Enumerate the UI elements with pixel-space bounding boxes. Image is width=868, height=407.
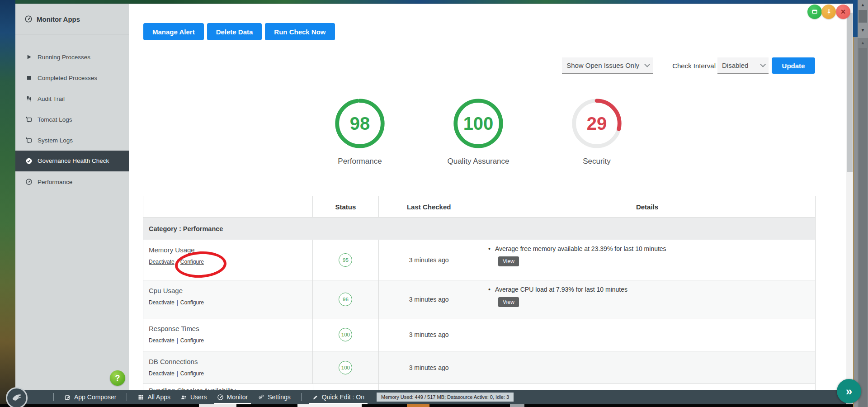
gauge-value: 98 bbox=[334, 97, 386, 150]
nav-app-composer[interactable]: App Composer bbox=[59, 390, 121, 404]
table-row-db-connections: DB Connections Deactivate|Configure 100 … bbox=[143, 351, 815, 384]
window-minimize-button[interactable] bbox=[807, 5, 822, 19]
nav-label: Settings bbox=[268, 393, 291, 401]
outer-scrollbar[interactable]: ▲ ▼ ▲ bbox=[858, 0, 868, 407]
action-toolbar: Manage Alert Delete Data Run Check Now bbox=[143, 23, 335, 40]
sidebar-item-running-processes[interactable]: Running Processes bbox=[15, 47, 129, 67]
outer-scrollbar-thumb[interactable] bbox=[859, 48, 867, 407]
link-separator: | bbox=[177, 259, 178, 265]
gauge-label: Performance bbox=[338, 157, 382, 166]
check-interval-value: Disabled bbox=[722, 62, 748, 69]
window-pin-button[interactable] bbox=[821, 5, 836, 19]
memory-status-box: Memory Used: 449 / 517 MB; Datasource Ac… bbox=[377, 393, 514, 402]
view-button[interactable]: View bbox=[498, 256, 519, 266]
log-icon bbox=[25, 116, 33, 123]
health-gauges: 98 Performance 100 Quality Assurance bbox=[326, 97, 631, 166]
gauge-value: 29 bbox=[571, 97, 623, 150]
nav-label: Quick Edit : On bbox=[322, 393, 364, 401]
nav-users[interactable]: Users bbox=[175, 390, 212, 404]
nav-all-apps[interactable]: All Apps bbox=[132, 390, 175, 404]
header-details: Details bbox=[479, 196, 815, 217]
scroll-down-arrow-icon[interactable]: ▼ bbox=[858, 28, 868, 33]
header-status: Status bbox=[313, 196, 379, 217]
update-button[interactable]: Update bbox=[772, 57, 815, 74]
nav-label: Monitor bbox=[227, 393, 248, 401]
sidebar-item-label: Audit Trail bbox=[38, 95, 65, 102]
issues-filter-select[interactable]: Show Open Issues Only bbox=[562, 57, 653, 74]
deactivate-link[interactable]: Deactivate bbox=[149, 337, 175, 344]
run-check-now-button[interactable]: Run Check Now bbox=[265, 23, 335, 40]
last-checked-value: 3 minutes ago bbox=[379, 280, 479, 318]
sidebar-item-label: Performance bbox=[38, 179, 72, 185]
window-edge-strip bbox=[853, 0, 858, 37]
check-name: DB Connections bbox=[149, 358, 308, 365]
nav-label: All Apps bbox=[147, 393, 170, 401]
app-window: Monitor Apps Running Processes Completed… bbox=[15, 4, 853, 404]
nav-label: App Composer bbox=[74, 393, 116, 401]
view-button[interactable]: View bbox=[498, 297, 519, 307]
nav-quick-edit[interactable]: Quick Edit : On bbox=[307, 390, 369, 404]
expand-panel-button[interactable]: » bbox=[837, 379, 861, 403]
gauge-icon bbox=[217, 394, 224, 401]
background-window-strip bbox=[853, 37, 858, 407]
outer-scrollbar-thumb[interactable] bbox=[859, 10, 867, 23]
check-circle-icon bbox=[25, 157, 33, 165]
table-header-row: Status Last Checked Details bbox=[143, 196, 815, 218]
table-row-memory-usage: Memory Usage Deactivate|Configure 95 3 m… bbox=[143, 240, 815, 280]
sidebar: Monitor Apps Running Processes Completed… bbox=[15, 4, 129, 390]
sidebar-item-label: Governance Health Check bbox=[38, 157, 109, 165]
gauge-ring: 98 bbox=[334, 97, 386, 150]
window-close-button[interactable]: × bbox=[836, 5, 850, 19]
check-name: Cpu Usage bbox=[149, 287, 308, 294]
question-icon: ? bbox=[115, 374, 120, 383]
configure-link[interactable]: Configure bbox=[180, 299, 204, 306]
gauge-icon bbox=[25, 178, 33, 185]
taskbar-segment bbox=[297, 404, 362, 407]
taskbar-segment bbox=[199, 404, 236, 407]
sidebar-title: Monitor Apps bbox=[37, 15, 80, 23]
check-interval-select[interactable]: Disabled bbox=[717, 57, 769, 74]
separator bbox=[53, 393, 54, 401]
link-separator: | bbox=[177, 337, 178, 344]
deactivate-link[interactable]: Deactivate bbox=[149, 259, 175, 265]
scroll-up-arrow-icon[interactable]: ▲ bbox=[858, 3, 868, 7]
gauge-quality-assurance: 100 Quality Assurance bbox=[444, 97, 512, 166]
sidebar-item-governance-health-check[interactable]: Governance Health Check bbox=[15, 151, 129, 171]
os-taskbar-strip bbox=[0, 404, 868, 407]
chevron-down-icon bbox=[644, 62, 650, 67]
deactivate-link[interactable]: Deactivate bbox=[149, 370, 175, 377]
window-icon bbox=[811, 8, 818, 15]
manage-alert-button[interactable]: Manage Alert bbox=[143, 23, 204, 40]
taskbar-segment bbox=[510, 404, 524, 407]
sidebar-item-system-logs[interactable]: System Logs bbox=[15, 130, 129, 151]
configure-link[interactable]: Configure bbox=[180, 337, 204, 344]
page-scrollbar-thumb[interactable] bbox=[847, 13, 853, 172]
sidebar-item-completed-processes[interactable]: Completed Processes bbox=[15, 67, 129, 88]
bottom-nav-bar: App Composer All Apps Users Monitor bbox=[15, 390, 853, 404]
grid-icon bbox=[137, 394, 144, 401]
link-separator: | bbox=[177, 299, 178, 306]
status-badge: 100 bbox=[339, 361, 352, 374]
configure-link[interactable]: Configure bbox=[180, 259, 204, 265]
check-interval-label: Check Interval bbox=[672, 62, 716, 70]
nav-monitor[interactable]: Monitor bbox=[212, 390, 253, 404]
sidebar-item-performance[interactable]: Performance bbox=[15, 171, 129, 192]
nav-settings[interactable]: Settings bbox=[253, 390, 296, 404]
sidebar-header: Monitor Apps bbox=[15, 4, 129, 34]
link-separator: | bbox=[177, 370, 178, 377]
deactivate-link[interactable]: Deactivate bbox=[149, 299, 175, 306]
configure-link[interactable]: Configure bbox=[180, 370, 204, 377]
play-icon bbox=[25, 53, 33, 61]
scroll-up-arrow-icon[interactable]: ▲ bbox=[858, 41, 868, 45]
health-check-table: Status Last Checked Details Category : P… bbox=[143, 196, 816, 393]
delete-data-button[interactable]: Delete Data bbox=[207, 23, 262, 40]
sidebar-item-audit-trail[interactable]: Audit Trail bbox=[15, 88, 129, 109]
joget-logo[interactable] bbox=[6, 387, 28, 407]
desktop-background-top bbox=[15, 0, 858, 4]
logo-swoosh-icon bbox=[10, 391, 24, 405]
sidebar-item-tomcat-logs[interactable]: Tomcat Logs bbox=[15, 109, 129, 130]
gauge-label: Quality Assurance bbox=[447, 157, 509, 166]
separator bbox=[127, 393, 127, 401]
help-button[interactable]: ? bbox=[110, 370, 125, 386]
detail-text: Average CPU load at 7.93% for last 10 mi… bbox=[488, 286, 811, 293]
